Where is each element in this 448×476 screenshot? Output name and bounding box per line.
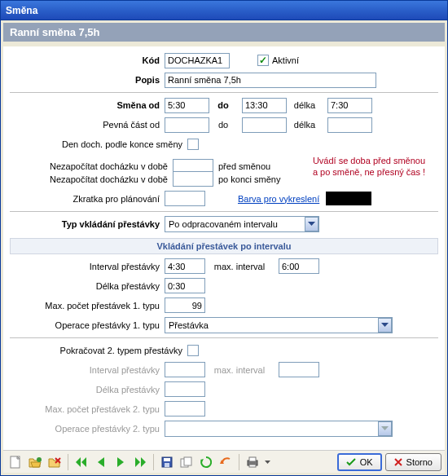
label-nezap-pred: Nezapočítat docházku v době: [10, 161, 173, 171]
save-button[interactable]: [158, 453, 176, 471]
label-max-interval: max. interval: [205, 262, 279, 271]
svg-rect-8: [249, 457, 256, 461]
label-nezap-po: Nezapočítat docházku v době: [10, 174, 173, 184]
new-button[interactable]: [7, 453, 24, 471]
select-typ-vkladani[interactable]: Po odpracovaném intervalu: [165, 216, 319, 232]
label-zkratka: Zkratka pro plánování: [10, 194, 165, 204]
label-interval-prest-2: Interval přestávky: [10, 365, 165, 375]
link-barva[interactable]: Barva pro vykreslení: [238, 194, 319, 204]
input-pevna-od[interactable]: [165, 117, 209, 133]
label-delka-2: délka: [287, 120, 327, 130]
titlebar: Směna: [0, 0, 448, 20]
label-typ-vkladani: Typ vkládání přestávky: [10, 219, 165, 229]
input-max-pocet-2[interactable]: [165, 401, 205, 416]
label-delka-1: délka: [287, 100, 327, 110]
label-pevna-od: Pevná část od: [10, 120, 165, 130]
close-icon: [394, 458, 402, 466]
select-operace-2[interactable]: [165, 421, 393, 437]
label-do-2: do: [209, 120, 242, 130]
label-delka-prest-2: Délka přestávky: [10, 385, 165, 394]
input-pevna-do[interactable]: [242, 117, 287, 133]
checkbox-den-doch[interactable]: [187, 139, 199, 150]
delete-button[interactable]: [46, 453, 64, 471]
input-smena-do[interactable]: [242, 98, 287, 113]
input-pevna-delka[interactable]: [327, 117, 372, 133]
print-button[interactable]: [244, 453, 261, 471]
color-swatch[interactable]: [326, 192, 371, 205]
next-button[interactable]: [112, 453, 130, 471]
label-pokracovat-2: Pokračovat 2. typem přestávky: [10, 346, 187, 355]
form-panel: Kód Aktivní Popis Směna od do délka Pevn…: [3, 46, 445, 450]
checkbox-pokracovat-2[interactable]: [187, 345, 199, 356]
warning-text: Uvádí se doba před směnou a po směně, ne…: [300, 155, 438, 178]
input-zkratka[interactable]: [165, 191, 205, 206]
label-delka-prest: Délka přestávky: [10, 281, 165, 291]
label-kod: Kód: [10, 55, 165, 65]
label-smena-od: Směna od: [10, 100, 165, 110]
input-max-interval-2[interactable]: [279, 362, 319, 377]
first-button[interactable]: [72, 453, 90, 471]
undo-button[interactable]: [217, 453, 235, 471]
prev-button[interactable]: [92, 453, 110, 471]
chevron-down-icon: [305, 217, 318, 231]
last-button[interactable]: [131, 453, 149, 471]
label-aktivni: Aktivní: [272, 55, 299, 65]
svg-rect-3: [164, 458, 170, 461]
input-smena-od[interactable]: [165, 98, 209, 113]
svg-rect-6: [184, 457, 191, 465]
label-max-pocet-2: Max. počet přestávek 2. typu: [10, 404, 165, 414]
svg-point-1: [37, 457, 42, 462]
input-smena-delka[interactable]: [327, 98, 372, 113]
chevron-down-icon: [378, 421, 392, 436]
window-title: Směna: [6, 5, 37, 16]
svg-rect-4: [165, 463, 169, 467]
toolbar: OK Storno: [3, 450, 445, 473]
label-max-pocet-1: Max. počet přestávek 1. typu: [10, 301, 165, 311]
copy-button[interactable]: [178, 453, 195, 471]
svg-rect-9: [249, 465, 256, 467]
chevron-down-icon: [378, 318, 392, 333]
input-max-interval[interactable]: [279, 258, 319, 274]
ok-button[interactable]: OK: [337, 453, 382, 471]
input-delka-prest-2[interactable]: [165, 381, 205, 397]
window-body: Ranní směna 7,5h Kód Aktivní Popis Směna…: [0, 20, 448, 476]
input-kod[interactable]: [165, 53, 230, 68]
label-interval-prest: Interval přestávky: [10, 262, 165, 271]
label-operace-2: Operace přestávky 2. typu: [10, 424, 165, 434]
input-max-pocet-1[interactable]: [165, 298, 205, 313]
input-nezap-po[interactable]: [173, 171, 213, 187]
check-icon: [346, 458, 356, 466]
cancel-button[interactable]: Storno: [385, 453, 441, 471]
sub-header: Ranní směna 7,5h: [3, 23, 445, 42]
label-pred-smenou: před směnou: [218, 161, 270, 171]
label-max-interval-2: max. interval: [205, 365, 279, 375]
open-button[interactable]: [26, 453, 44, 471]
input-delka-prest[interactable]: [165, 278, 205, 293]
label-po-konci: po konci směny: [218, 174, 280, 184]
label-operace-1: Operace přestávky 1. typu: [10, 320, 165, 330]
checkbox-aktivni[interactable]: [257, 55, 269, 66]
input-popis[interactable]: [165, 73, 376, 88]
label-den-doch: Den doch. podle konce směny: [10, 139, 187, 149]
label-popis: Popis: [10, 75, 165, 85]
print-dropdown[interactable]: [263, 453, 271, 471]
label-do-1: do: [209, 100, 242, 110]
select-operace-1[interactable]: Přestávka: [165, 317, 393, 333]
refresh-button[interactable]: [197, 453, 215, 471]
section-interval-header: Vkládání přestávek po intervalu: [10, 238, 438, 254]
input-interval-prest[interactable]: [165, 258, 205, 274]
input-interval-prest-2[interactable]: [165, 362, 205, 377]
